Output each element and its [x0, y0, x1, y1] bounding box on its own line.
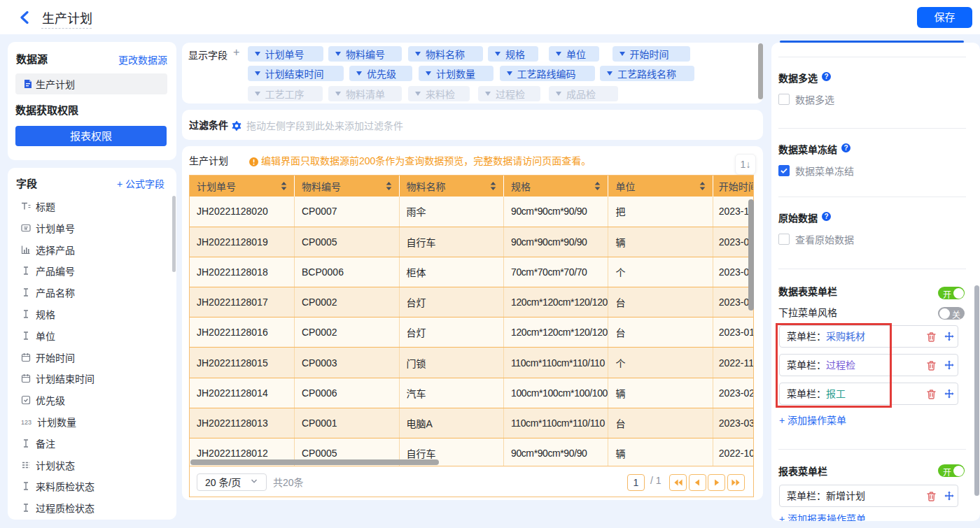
svg-text:123: 123 [21, 419, 31, 426]
